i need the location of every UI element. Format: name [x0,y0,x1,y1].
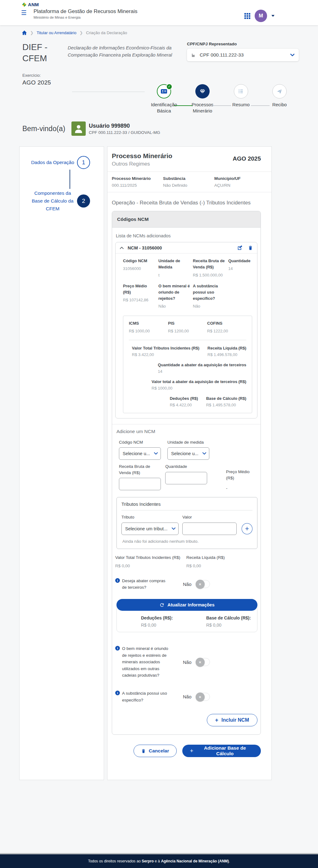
breadcrumb-separator: ❯ [30,30,34,35]
main-panel: Processo Minerário Outros Regimes AGO 20… [107,146,272,780]
breadcrumb-current: Criação da Declaração [86,30,127,35]
menu-icon[interactable]: ☰ [19,8,29,16]
base-calculo: Base de Cálculo (R$)R$ 1.495.578,00 [206,396,246,407]
breadcrumb: ❯ Titular ou Arrendatário ❯ Criação da D… [19,25,299,38]
ncm-detail: Unidade de Medidat [158,258,193,278]
deducoes: Deduções (R$)R$ 4.422,00 [170,396,198,407]
unidade-medida-select[interactable]: Selecione u... [167,447,209,460]
tributos-title: Tributos Incidentes [121,501,252,507]
adicionar-base-calculo-button[interactable]: + Adicionar Base de Cálculo [182,745,261,757]
toggle-question: O bem mineral é oriundo de rejeitos e es… [122,645,170,679]
step-circle [234,84,248,98]
delete-icon[interactable] [248,245,253,250]
rejeitos-toggle[interactable]: × [196,658,210,666]
process-title: Processo Minerário [112,152,172,160]
receita-bruta-label: Receita Bruta de Venda (R$) [119,464,162,476]
ncm-taxes-box: ICMSR$ 1000,00 PISR$ 1200,00 COFINSR$ 12… [123,316,252,413]
sidebar-step-componentes-base[interactable]: Componentes da Base de Cálculo da CFEM 2 [31,189,90,213]
abater-toggle[interactable]: × [196,580,210,588]
page-title: DIEF - CFEM [22,42,62,64]
divider [121,510,252,510]
exercise-label: Exercício: [22,73,72,78]
uso-especifico-toggle[interactable]: × [196,693,210,701]
footer-copyright: Todos os direitos reservados ao Serpro e… [88,859,230,863]
apps-grid-icon[interactable] [245,13,250,19]
ncm-detail: O bem mineral é oriundo de rejeitos?Não [158,283,193,309]
total-tributos: Valor Total Tributos Incidentes (R$)R$ 3… [132,346,199,357]
codigo-ncm-label: Código NCM [119,439,167,445]
ncm-detail: Receita Bruta de Venda (R$)R$ 1.500.000,… [193,258,228,278]
exercise-block: Exercício: AGO 2025 [22,70,72,114]
chevron-down-icon [154,452,158,455]
deducoes-zero: Deduções (R$): R$ 0,00 [141,615,206,627]
toggle-value-label: Não [183,659,192,665]
step-identificacao-basica[interactable]: ✓ Identificação Básica [145,84,183,114]
field-label: Município/UF [214,176,241,181]
tax-item: ICMSR$ 1000,00 [129,320,168,334]
codigo-ncm-select[interactable]: Selecione u... [119,447,161,460]
step-label: Processos Minerário [185,101,220,114]
tributo-select[interactable]: Selecione um tribut... [121,523,179,535]
field-value: Não Definido [163,183,214,188]
chevron-down-icon[interactable] [272,15,275,17]
edit-icon[interactable] [237,245,243,250]
app-title: Plataforma de Gestão de Recursos Minerai… [34,8,137,14]
cpf-cnpj-label: CPF/CNPJ Representado [187,42,299,46]
incluir-ncm-button[interactable]: + Incluir NCM [207,714,257,726]
codigos-ncm-card: Códigos NCM Lista de NCMs adicionados NC… [112,211,261,735]
company-icon [191,53,196,58]
home-icon[interactable] [22,30,27,35]
user-name: Usuário 999890 [89,123,160,129]
exercise-value: AGO 2025 [22,79,72,86]
breadcrumb-separator: ❯ [80,30,83,35]
user-avatar[interactable]: M [255,10,267,22]
chevron-down-icon [290,54,294,57]
receita-liquida-zero: Receita Líquida (R$) R$ 0,00 [186,555,257,568]
valor-input[interactable] [182,523,236,535]
field-label: Substância [163,176,214,181]
codigos-ncm-header: Códigos NCM [112,211,260,228]
anm-logo-text: ANM [28,2,39,7]
qtd-abater: Quantidade a abater da aquisição de terc… [158,363,246,374]
step-resumo[interactable]: Resumo [222,84,260,114]
tributos-empty-message: Ainda não foi adicionado nenhum tributo. [121,539,252,544]
toggle-row-rejeitos: i O bem mineral é oriundo de rejeitos e … [115,645,257,679]
add-ncm-title: Adicione um NCM [117,429,257,434]
paper-plane-icon [276,88,283,95]
ncm-detail: Quantidade14 [228,258,253,278]
toggle-question: Deseja abater compras de terceiros? [122,578,170,591]
ncm-accordion-header[interactable]: NCM - 31056000 [116,242,257,253]
footer: Todos os direitos reservados ao Serpro e… [0,853,318,868]
person-icon [73,123,84,134]
sidebar-step-number: 2 [77,194,90,208]
diamond-icon [199,88,206,95]
preco-medio-value: - [226,486,257,491]
summary-list-icon [237,88,245,95]
field-label: Processo Minerário [112,176,163,181]
step-processos-minerario[interactable]: Processos Minerário [183,84,222,114]
page: ANM ☰ Plataforma de Gestão de Recursos M… [0,0,318,868]
atualizar-informacoes-button[interactable]: Atualizar Informações [117,599,257,611]
receita-bruta-input[interactable] [119,478,161,490]
chevron-down-icon [202,452,206,455]
add-tributo-button[interactable]: + [242,523,252,534]
preco-medio-label: Preço Médio (R$) [226,469,257,481]
toggle-knob-off: × [196,658,205,667]
cancelar-button[interactable]: Cancelar [133,745,177,757]
step-connector [69,169,70,189]
sidebar-step-dados-operacao[interactable]: Dados da Operação 1 [31,156,90,169]
tributo-label: Tributo [121,514,182,520]
toggle-value-label: Não [183,694,192,699]
divider [107,192,272,192]
toggle-knob-off: × [196,580,205,589]
user-info: CPF 000.111.222-33 / GUIDOVAL-MG [89,130,160,135]
breadcrumb-link-titular[interactable]: Titular ou Arrendatário [37,30,76,35]
ncm-accordion-item: NCM - 31056000 [115,242,257,418]
anm-diamond-icon [22,2,27,7]
step-recibo[interactable]: Recibo [260,84,299,114]
valor-abater: Valor total a abater da aquisição de ter… [152,379,246,391]
cpf-cnpj-select[interactable]: CPF 000.111.222-33 [187,49,299,61]
sidebar-step-label: Componentes da Base de Cálculo da CFEM [31,189,74,213]
ncm-detail: Preço Médio (R$)R$ 107142,86 [123,283,158,309]
quantidade-input[interactable] [165,472,207,484]
